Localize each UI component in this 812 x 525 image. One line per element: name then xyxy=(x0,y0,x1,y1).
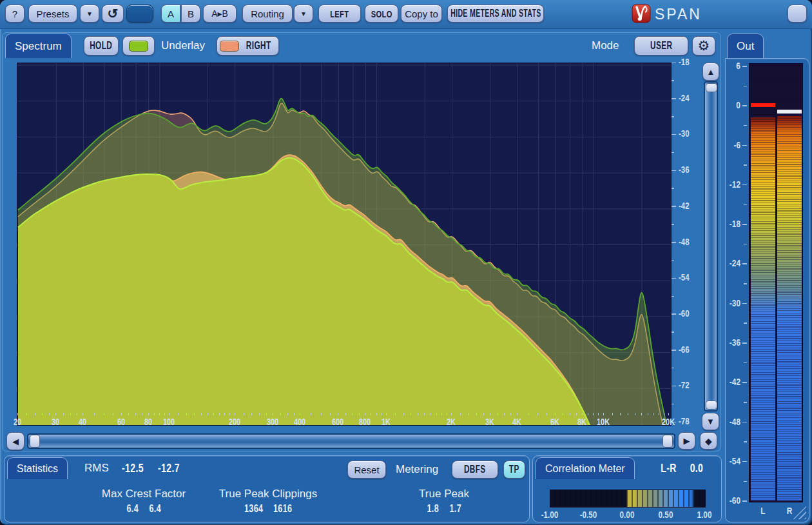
freq-tick xyxy=(447,413,447,415)
rms-right-value: -12.7 xyxy=(154,461,184,475)
out-tick xyxy=(744,204,747,206)
scroll-up-button[interactable]: ▲ xyxy=(702,63,719,81)
freq-label: 30 xyxy=(52,417,59,427)
correlation-bar xyxy=(550,490,706,508)
freq-tick xyxy=(330,413,331,415)
db-tick xyxy=(672,404,674,405)
freq-tick xyxy=(593,413,594,415)
tab-correlation-meter[interactable]: Correlation Meter xyxy=(536,457,635,479)
mode-value-button[interactable]: USER xyxy=(634,36,688,55)
db-tick xyxy=(672,80,674,81)
out-db-label: -6 xyxy=(728,140,740,150)
freq-tick xyxy=(300,413,300,415)
scroll-right-button[interactable]: ▶ xyxy=(678,432,695,450)
spectrum-color-button[interactable] xyxy=(122,36,155,55)
freq-label: 4K xyxy=(512,417,521,427)
out-tick xyxy=(742,184,747,186)
menu-button[interactable] xyxy=(788,5,807,23)
ab-select-b-button[interactable]: B xyxy=(181,5,200,23)
freq-tick xyxy=(376,413,377,415)
spectrum-tab-label: Spectrum xyxy=(15,40,62,53)
presets-label: Presets xyxy=(37,8,70,19)
db-tick xyxy=(672,63,676,64)
tab-spectrum[interactable]: Spectrum xyxy=(5,34,72,58)
scroll-down-button[interactable]: ▼ xyxy=(702,413,719,430)
presets-button[interactable]: Presets xyxy=(28,5,77,23)
copy-a-to-b-button[interactable]: A▸B xyxy=(203,5,237,23)
help-button[interactable]: ? xyxy=(5,5,24,23)
underlay-right-button[interactable]: RIGHT xyxy=(217,36,279,55)
db-tick xyxy=(672,152,674,154)
peak-marker-L xyxy=(751,103,775,107)
freq-label: 1K xyxy=(382,417,391,427)
out-db-scale: 60-6-12-18-24-30-36-42-48-54-60 xyxy=(725,31,748,522)
freq-tick xyxy=(77,413,77,415)
correlation-bar-segments xyxy=(550,490,705,507)
vertical-scrollbar[interactable] xyxy=(704,81,718,411)
freq-label: 10K xyxy=(597,417,610,427)
help-label: ? xyxy=(12,8,17,19)
db-tick xyxy=(672,224,674,225)
db-label: -66 xyxy=(679,344,690,355)
copy-to-button[interactable]: Copy to xyxy=(401,5,442,23)
freq-tick xyxy=(641,413,642,415)
undo-button[interactable]: ↺ xyxy=(102,5,124,23)
true-peak-toggle-button[interactable]: TP xyxy=(503,461,525,479)
freq-label: 20 xyxy=(14,417,21,427)
zoom-reset-button[interactable]: ◆ xyxy=(700,432,717,450)
out-tick xyxy=(742,500,747,502)
vertical-scroll-thumb[interactable] xyxy=(705,83,717,410)
freq-tick xyxy=(128,413,129,415)
vthumb-cap-bottom xyxy=(706,401,717,410)
dbfs-label: DBFS xyxy=(464,464,486,475)
freq-tick xyxy=(213,413,214,415)
tab-statistics[interactable]: Statistics xyxy=(7,457,68,479)
routing-button[interactable]: Routing xyxy=(242,5,293,23)
freq-tick xyxy=(386,413,387,415)
hthumb-cap-left xyxy=(30,435,40,448)
metering-mode-button[interactable]: DBFS xyxy=(452,461,498,479)
solo-label: SOLO xyxy=(371,8,392,19)
freq-tick xyxy=(219,413,220,415)
db-tick xyxy=(672,206,676,207)
freq-label: 2K xyxy=(447,417,456,427)
out-tick xyxy=(742,461,747,462)
db-label: -60 xyxy=(679,308,690,319)
hold-button[interactable]: HOLD xyxy=(84,36,119,55)
scroll-left-button[interactable]: ◀ xyxy=(6,432,24,450)
ab-select-a-button[interactable]: A xyxy=(161,5,180,23)
freq-tick xyxy=(451,413,452,415)
settings-button[interactable]: ⚙ xyxy=(692,36,715,55)
right-label: RIGHT xyxy=(246,40,271,52)
out-tick xyxy=(742,66,747,67)
level-meter[interactable] xyxy=(749,63,803,502)
hide-meters-button[interactable]: HIDE METERS AND STATS xyxy=(447,5,544,23)
freq-tick xyxy=(469,413,469,415)
freq-tick xyxy=(668,413,669,415)
out-tick xyxy=(742,382,747,383)
db-tick xyxy=(672,368,674,369)
horizontal-scrollbar[interactable] xyxy=(27,433,675,449)
horizontal-scroll-thumb[interactable] xyxy=(28,435,674,448)
out-db-label: 6 xyxy=(728,61,740,71)
freq-tick xyxy=(259,413,260,415)
freq-tick xyxy=(612,413,613,415)
freq-label: 80 xyxy=(144,417,152,427)
correlation-scale-label: 0.00 xyxy=(620,509,635,520)
out-tick xyxy=(744,125,747,126)
out-tick xyxy=(744,164,747,166)
tp-label: TP xyxy=(509,464,519,475)
freq-tick xyxy=(148,413,149,415)
channel-left-button[interactable]: LEFT xyxy=(318,5,361,23)
solo-button[interactable]: SOLO xyxy=(365,5,398,23)
routing-dropdown-button[interactable]: ▼ xyxy=(294,5,313,23)
blank-indicator-button[interactable] xyxy=(126,5,153,23)
out-tick xyxy=(742,224,747,225)
max-crest-factor-values: 6.4 6.4 xyxy=(124,502,163,515)
reset-button[interactable]: Reset xyxy=(347,461,386,479)
out-db-label: -42 xyxy=(728,377,740,387)
spectrum-plot[interactable] xyxy=(17,63,672,426)
freq-tick xyxy=(135,413,136,415)
out-db-label: -54 xyxy=(728,456,740,466)
presets-dropdown-button[interactable]: ▼ xyxy=(80,5,99,23)
